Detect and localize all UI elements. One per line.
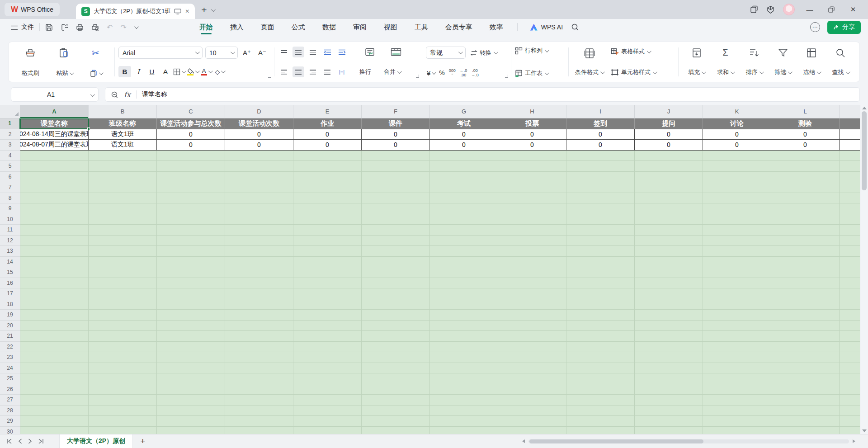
row-header-16[interactable]: 16 [0, 278, 20, 289]
cell-A3[interactable]: 2024-08-07周三的课堂表现 [20, 140, 89, 151]
app-center-cube-icon[interactable] [766, 5, 775, 14]
close-button[interactable]: ✕ [846, 5, 860, 14]
column-header-A[interactable]: A [20, 105, 89, 118]
fx-icon[interactable]: fx [124, 90, 131, 99]
first-sheet-icon[interactable] [6, 439, 12, 444]
cell-E3[interactable]: 0 [293, 140, 362, 151]
redo-icon[interactable]: ↷ [120, 23, 126, 32]
empty-cells-row-15[interactable] [20, 267, 860, 278]
cell-I1[interactable]: 签到 [566, 118, 635, 129]
empty-cells-row-7[interactable] [20, 182, 860, 193]
export-pdf-icon[interactable] [61, 24, 68, 31]
find-dropdown[interactable]: 查找 [830, 47, 852, 77]
cell-C1[interactable]: 课堂活动参与总次数 [157, 118, 225, 129]
row-header-25[interactable]: 25 [0, 373, 20, 384]
column-header-C[interactable]: C [157, 105, 225, 118]
wrap-text-label[interactable]: 换行 [359, 68, 371, 76]
row-header-2[interactable]: 2 [0, 129, 20, 140]
column-header-G[interactable]: G [430, 105, 498, 118]
empty-cells-row-14[interactable] [20, 257, 860, 268]
vertical-scrollbar[interactable] [860, 105, 868, 434]
empty-cells-row-12[interactable] [20, 236, 860, 246]
paste-dropdown[interactable]: 粘贴 [56, 69, 73, 77]
cell-H3[interactable]: 0 [498, 140, 566, 151]
scroll-up-icon[interactable] [862, 107, 867, 109]
row-header-26[interactable]: 26 [0, 384, 20, 395]
cell-style-dropdown[interactable]: 单元格样式 [611, 68, 656, 76]
filter-dropdown[interactable]: 筛选 [772, 47, 794, 77]
row-header-29[interactable]: 29 [0, 416, 20, 427]
alignment-dialog-launcher-icon[interactable] [416, 75, 419, 78]
convert-dropdown[interactable]: 转换 [470, 49, 497, 57]
row-header-22[interactable]: 22 [0, 342, 20, 353]
empty-cells-row-13[interactable] [20, 246, 860, 257]
align-right-icon[interactable] [307, 66, 319, 77]
empty-cells-row-24[interactable] [20, 363, 860, 374]
empty-cells-row-18[interactable] [20, 299, 860, 310]
align-bottom-icon[interactable] [307, 47, 319, 57]
font-name-select[interactable]: Arial [118, 47, 203, 59]
thousand-separator-icon[interactable]: 000’’ [449, 68, 456, 77]
column-header-E[interactable]: E [293, 105, 362, 118]
format-painter-label[interactable]: 格式刷 [22, 69, 39, 77]
row-header-19[interactable]: 19 [0, 310, 20, 321]
empty-cells-row-8[interactable] [20, 193, 860, 204]
row-header-1[interactable]: 1 [0, 118, 20, 129]
cell-K1[interactable]: 讨论 [703, 118, 771, 129]
row-header-5[interactable]: 5 [0, 161, 20, 172]
decrease-indent-icon[interactable] [321, 47, 333, 57]
row-header-10[interactable]: 10 [0, 214, 20, 225]
menu-tab-页面[interactable]: 页面 [252, 19, 283, 35]
merge-dropdown[interactable]: 合并 [384, 68, 401, 76]
row-header-6[interactable]: 6 [0, 172, 20, 183]
conditional-format-dropdown[interactable]: 条件格式 [572, 47, 606, 77]
menu-tab-会员专享[interactable]: 会员专享 [437, 19, 481, 35]
tab-close-icon[interactable]: ✕ [185, 8, 189, 14]
decrease-font-icon[interactable]: A⁻ [256, 47, 269, 58]
sheet-tab-active[interactable]: 大学语文（2P）原创 [59, 434, 133, 448]
font-dialog-launcher-icon[interactable] [268, 75, 271, 78]
vertical-scroll-thumb[interactable] [862, 111, 867, 190]
column-header-H[interactable]: H [498, 105, 566, 118]
cell-B3[interactable]: 语文1班 [89, 140, 157, 151]
empty-cells-row-26[interactable] [20, 384, 860, 395]
column-header-sliver[interactable] [840, 105, 860, 118]
increase-font-icon[interactable]: A⁺ [241, 47, 253, 58]
file-menu-button[interactable]: 文件 [11, 23, 34, 31]
add-sheet-button[interactable]: + [140, 436, 145, 446]
monitor-icon[interactable] [174, 9, 181, 14]
row-header-15[interactable]: 15 [0, 267, 20, 278]
cell-I2[interactable]: 0 [566, 129, 635, 140]
menu-tab-公式[interactable]: 公式 [283, 19, 314, 35]
fill-dropdown[interactable]: 填充 [685, 47, 708, 77]
cell-L2[interactable]: 0 [771, 129, 840, 140]
cell-G1[interactable]: 考试 [430, 118, 498, 129]
distributed-icon[interactable]: |≡| [336, 66, 348, 77]
row-header-17[interactable]: 17 [0, 288, 20, 299]
wps-ai-button[interactable]: WPS AI [530, 24, 563, 31]
wrap-text-icon[interactable] [362, 47, 377, 57]
print-icon[interactable] [76, 24, 84, 31]
column-header-F[interactable]: F [362, 105, 430, 118]
empty-cells-row-16[interactable] [20, 278, 860, 289]
empty-cells-row-4[interactable] [20, 151, 860, 161]
tab-list-chevron-icon[interactable] [211, 5, 214, 14]
cell-G2[interactable]: 0 [430, 129, 498, 140]
select-all-corner[interactable] [0, 105, 20, 118]
row-header-24[interactable]: 24 [0, 363, 20, 374]
scroll-left-icon[interactable] [522, 439, 525, 443]
cell-F2[interactable]: 0 [362, 129, 430, 140]
cell-E2[interactable]: 0 [293, 129, 362, 140]
empty-cells-row-28[interactable] [20, 406, 860, 416]
menu-tab-数据[interactable]: 数据 [314, 19, 344, 35]
row-header-7[interactable]: 7 [0, 182, 20, 193]
row-header-21[interactable]: 21 [0, 331, 20, 342]
merge-cells-icon[interactable] [388, 47, 404, 57]
row-header-8[interactable]: 8 [0, 193, 20, 204]
underline-button[interactable]: U [146, 66, 158, 77]
cell-K2[interactable]: 0 [703, 129, 771, 140]
multi-window-icon[interactable] [750, 5, 758, 14]
paste-icon[interactable] [59, 47, 70, 58]
empty-cells-row-17[interactable] [20, 288, 860, 299]
row-header-3[interactable]: 3 [0, 140, 20, 151]
